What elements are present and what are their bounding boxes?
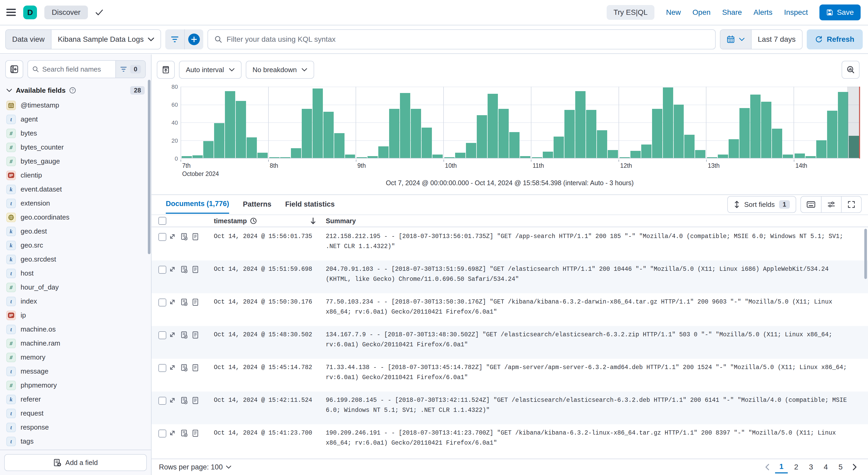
histogram-bar[interactable] bbox=[323, 112, 334, 158]
field-item-host[interactable]: thost bbox=[0, 266, 148, 280]
histogram-bar[interactable] bbox=[739, 108, 750, 158]
histogram-bar[interactable] bbox=[203, 141, 214, 158]
histogram-bar[interactable] bbox=[718, 154, 728, 158]
histogram-bar[interactable] bbox=[247, 137, 257, 158]
single-document-icon[interactable] bbox=[192, 429, 198, 437]
field-item-machineos[interactable]: tmachine.os bbox=[0, 322, 148, 336]
histogram-bar[interactable] bbox=[554, 137, 564, 158]
breakdown-select[interactable]: No breakdown bbox=[246, 61, 314, 79]
histogram-bar[interactable] bbox=[378, 146, 389, 158]
field-item-machineram[interactable]: #machine.ram bbox=[0, 336, 148, 350]
page-4[interactable]: 4 bbox=[819, 461, 832, 473]
single-document-icon[interactable] bbox=[192, 364, 198, 372]
histogram-bar[interactable] bbox=[225, 91, 235, 158]
single-document-icon[interactable] bbox=[192, 233, 198, 240]
row-checkbox[interactable] bbox=[158, 299, 166, 306]
histogram-bar[interactable] bbox=[236, 101, 246, 158]
histogram-bar[interactable] bbox=[257, 153, 268, 158]
histogram-bar[interactable] bbox=[543, 152, 553, 158]
histogram-bar[interactable] bbox=[520, 156, 530, 158]
doc-table-details-icon[interactable] bbox=[181, 397, 187, 404]
histogram-bar[interactable] bbox=[334, 133, 344, 158]
histogram-bar[interactable] bbox=[750, 95, 761, 158]
time-range-value[interactable]: Last 7 days bbox=[751, 30, 802, 49]
field-item-ip[interactable]: IPip bbox=[0, 308, 148, 322]
app-logo[interactable]: D bbox=[23, 5, 37, 19]
hide-chart-icon[interactable] bbox=[157, 61, 175, 79]
field-item-message[interactable]: tmessage bbox=[0, 364, 148, 378]
try-esql-button[interactable]: Try ES|QL bbox=[607, 5, 654, 20]
page-2[interactable]: 2 bbox=[790, 461, 803, 473]
histogram-bar[interactable] bbox=[214, 123, 224, 158]
histogram-bar[interactable] bbox=[608, 150, 618, 158]
histogram-bar[interactable] bbox=[498, 109, 509, 158]
histogram-bar[interactable] bbox=[368, 156, 378, 158]
expand-document-icon[interactable] bbox=[169, 266, 176, 273]
check-icon[interactable] bbox=[95, 9, 103, 16]
edit-visualization-icon[interactable] bbox=[842, 61, 860, 79]
select-all-checkbox[interactable] bbox=[158, 217, 166, 225]
field-item-hour-of-day[interactable]: #hour_of_day bbox=[0, 280, 148, 294]
field-item-timestamp[interactable]: @timestamp bbox=[0, 98, 148, 112]
field-item-memory[interactable]: #memory bbox=[0, 350, 148, 364]
histogram-bar[interactable] bbox=[291, 148, 301, 158]
field-item-geocoordinates[interactable]: geo.coordinates bbox=[0, 210, 148, 224]
doc-table-details-icon[interactable] bbox=[181, 364, 187, 372]
add-filter-icon[interactable] bbox=[184, 29, 203, 50]
histogram-bar[interactable] bbox=[652, 109, 662, 158]
filter-icon[interactable] bbox=[165, 29, 184, 50]
sort-desc-icon[interactable] bbox=[310, 217, 316, 225]
histogram-bar[interactable] bbox=[795, 153, 805, 158]
expand-document-icon[interactable] bbox=[169, 299, 176, 305]
field-item-geosrc[interactable]: kgeo.src bbox=[0, 238, 148, 252]
tab-field-statistics[interactable]: Field statistics bbox=[285, 196, 335, 213]
field-search-input[interactable]: Search field names 0 bbox=[27, 60, 146, 78]
field-item-referer[interactable]: kreferer bbox=[0, 392, 148, 406]
row-checkbox[interactable] bbox=[158, 233, 166, 241]
nav-alerts[interactable]: Alerts bbox=[753, 8, 772, 17]
single-document-icon[interactable] bbox=[192, 299, 198, 306]
nav-inspect[interactable]: Inspect bbox=[784, 8, 808, 17]
histogram-bar[interactable] bbox=[564, 110, 575, 158]
histogram-bar[interactable] bbox=[597, 130, 607, 158]
histogram-bar[interactable] bbox=[477, 115, 487, 158]
field-item-bytes[interactable]: #bytes bbox=[0, 126, 148, 140]
nav-new[interactable]: New bbox=[666, 8, 681, 17]
fullscreen-icon[interactable] bbox=[841, 197, 861, 212]
rows-per-page-button[interactable]: Rows per page: 100 bbox=[159, 463, 231, 471]
histogram-bar[interactable] bbox=[488, 94, 498, 158]
interval-select[interactable]: Auto interval bbox=[179, 61, 242, 79]
display-options-icon[interactable] bbox=[821, 197, 841, 212]
page-3[interactable]: 3 bbox=[805, 461, 817, 473]
histogram-bar[interactable] bbox=[641, 145, 652, 158]
date-picker-button[interactable] bbox=[720, 30, 751, 49]
data-view-button[interactable]: Kibana Sample Data Logs bbox=[51, 30, 160, 49]
kql-search-input[interactable]: Filter your data using KQL syntax bbox=[208, 29, 715, 50]
field-item-request[interactable]: trequest bbox=[0, 406, 148, 420]
histogram-bar[interactable] bbox=[509, 132, 520, 158]
histogram-bar[interactable] bbox=[356, 157, 367, 158]
histogram-bar[interactable] bbox=[182, 156, 192, 158]
single-document-icon[interactable] bbox=[192, 397, 198, 404]
histogram-bar[interactable] bbox=[280, 157, 290, 158]
histogram-bar[interactable] bbox=[444, 157, 455, 158]
histogram-bar[interactable] bbox=[805, 156, 816, 158]
menu-icon[interactable] bbox=[6, 9, 16, 16]
row-checkbox[interactable] bbox=[158, 266, 166, 274]
save-button[interactable]: Save bbox=[819, 4, 861, 20]
histogram-bar[interactable] bbox=[684, 135, 694, 158]
histogram-bar[interactable] bbox=[838, 92, 848, 158]
chevron-down-icon[interactable] bbox=[6, 89, 12, 92]
histogram-bar[interactable] bbox=[586, 110, 596, 158]
page-1[interactable]: 1 bbox=[775, 461, 788, 473]
doc-table-details-icon[interactable] bbox=[181, 429, 187, 437]
field-item-geosrcdest[interactable]: kgeo.srcdest bbox=[0, 252, 148, 266]
histogram-bar[interactable] bbox=[422, 128, 432, 158]
field-item-response[interactable]: tresponse bbox=[0, 420, 148, 434]
field-item-index[interactable]: tindex bbox=[0, 294, 148, 308]
histogram-bar[interactable] bbox=[302, 109, 312, 158]
histogram-bar[interactable] bbox=[313, 89, 323, 158]
histogram-bar[interactable] bbox=[695, 150, 705, 158]
help-icon[interactable]: ? bbox=[69, 87, 76, 94]
doc-table-details-icon[interactable] bbox=[181, 233, 187, 240]
